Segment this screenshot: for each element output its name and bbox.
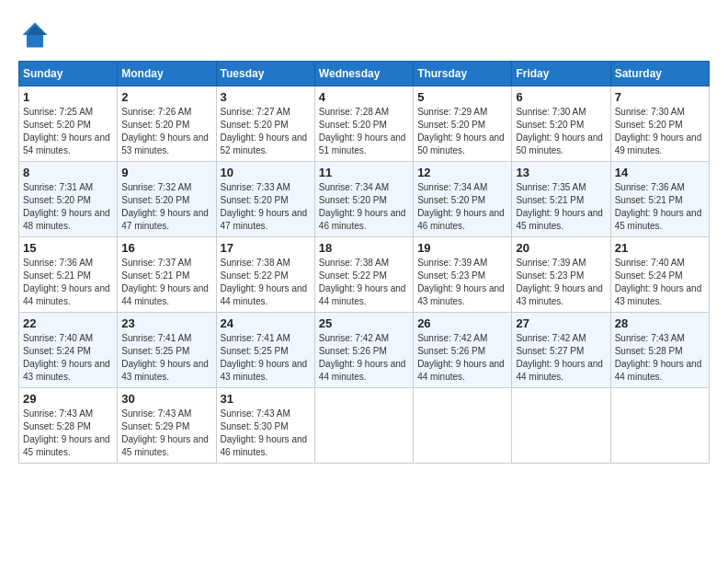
day-number: 8 bbox=[23, 166, 113, 179]
weekday-friday: Friday bbox=[512, 62, 610, 86]
calendar-cell: 31 Sunrise: 7:43 AM Sunset: 5:30 PM Dayl… bbox=[216, 388, 314, 464]
day-number: 5 bbox=[417, 90, 507, 104]
week-row-2: 8 Sunrise: 7:31 AM Sunset: 5:20 PM Dayli… bbox=[19, 162, 710, 237]
calendar-cell: 24 Sunrise: 7:41 AM Sunset: 5:25 PM Dayl… bbox=[216, 313, 314, 388]
day-info: Sunrise: 7:40 AM Sunset: 5:24 PM Dayligh… bbox=[615, 257, 705, 308]
day-info: Sunrise: 7:37 AM Sunset: 5:21 PM Dayligh… bbox=[121, 257, 211, 308]
calendar-cell: 23 Sunrise: 7:41 AM Sunset: 5:25 PM Dayl… bbox=[118, 313, 216, 388]
day-number: 13 bbox=[516, 166, 606, 179]
day-number: 15 bbox=[23, 241, 113, 255]
day-number: 30 bbox=[121, 392, 211, 406]
day-info: Sunrise: 7:27 AM Sunset: 5:20 PM Dayligh… bbox=[221, 106, 311, 157]
day-info: Sunrise: 7:41 AM Sunset: 5:25 PM Dayligh… bbox=[121, 332, 211, 384]
calendar-cell: 26 Sunrise: 7:42 AM Sunset: 5:26 PM Dayl… bbox=[414, 313, 512, 388]
calendar-cell: 4 Sunrise: 7:28 AM Sunset: 5:20 PM Dayli… bbox=[314, 86, 413, 162]
day-info: Sunrise: 7:26 AM Sunset: 5:20 PM Dayligh… bbox=[121, 106, 211, 157]
weekday-monday: Monday bbox=[118, 62, 216, 86]
day-number: 7 bbox=[615, 90, 705, 104]
calendar-cell: 21 Sunrise: 7:40 AM Sunset: 5:24 PM Dayl… bbox=[610, 237, 709, 313]
day-number: 24 bbox=[221, 316, 311, 330]
day-number: 3 bbox=[221, 90, 311, 104]
calendar-cell: 12 Sunrise: 7:34 AM Sunset: 5:20 PM Dayl… bbox=[414, 162, 512, 237]
day-number: 20 bbox=[516, 241, 606, 255]
calendar-cell: 1 Sunrise: 7:25 AM Sunset: 5:20 PM Dayli… bbox=[19, 86, 118, 162]
day-number: 21 bbox=[615, 241, 705, 255]
calendar-cell: 28 Sunrise: 7:43 AM Sunset: 5:28 PM Dayl… bbox=[610, 313, 709, 388]
calendar-cell bbox=[512, 388, 610, 464]
calendar-cell: 11 Sunrise: 7:34 AM Sunset: 5:20 PM Dayl… bbox=[314, 162, 413, 237]
calendar-cell: 20 Sunrise: 7:39 AM Sunset: 5:23 PM Dayl… bbox=[512, 237, 610, 313]
calendar-cell: 19 Sunrise: 7:39 AM Sunset: 5:23 PM Dayl… bbox=[414, 237, 512, 313]
day-info: Sunrise: 7:43 AM Sunset: 5:30 PM Dayligh… bbox=[221, 408, 311, 459]
day-info: Sunrise: 7:36 AM Sunset: 5:21 PM Dayligh… bbox=[615, 181, 705, 233]
day-number: 25 bbox=[319, 316, 409, 330]
day-info: Sunrise: 7:43 AM Sunset: 5:28 PM Dayligh… bbox=[23, 408, 113, 459]
day-info: Sunrise: 7:25 AM Sunset: 5:20 PM Dayligh… bbox=[23, 106, 113, 157]
day-number: 26 bbox=[417, 316, 507, 330]
day-number: 17 bbox=[221, 241, 311, 255]
calendar-cell: 18 Sunrise: 7:38 AM Sunset: 5:22 PM Dayl… bbox=[314, 237, 413, 313]
week-row-4: 22 Sunrise: 7:40 AM Sunset: 5:24 PM Dayl… bbox=[19, 313, 710, 388]
calendar-cell: 3 Sunrise: 7:27 AM Sunset: 5:20 PM Dayli… bbox=[216, 86, 314, 162]
day-info: Sunrise: 7:29 AM Sunset: 5:20 PM Dayligh… bbox=[417, 106, 507, 157]
calendar-cell: 30 Sunrise: 7:43 AM Sunset: 5:29 PM Dayl… bbox=[118, 388, 216, 464]
day-number: 14 bbox=[615, 166, 705, 179]
calendar-cell: 14 Sunrise: 7:36 AM Sunset: 5:21 PM Dayl… bbox=[610, 162, 709, 237]
weekday-saturday: Saturday bbox=[610, 62, 709, 86]
calendar-cell: 13 Sunrise: 7:35 AM Sunset: 5:21 PM Dayl… bbox=[512, 162, 610, 237]
calendar-cell: 2 Sunrise: 7:26 AM Sunset: 5:20 PM Dayli… bbox=[118, 86, 216, 162]
logo bbox=[18, 18, 55, 52]
day-info: Sunrise: 7:30 AM Sunset: 5:20 PM Dayligh… bbox=[615, 106, 705, 157]
calendar-cell: 16 Sunrise: 7:37 AM Sunset: 5:21 PM Dayl… bbox=[118, 237, 216, 313]
day-info: Sunrise: 7:35 AM Sunset: 5:21 PM Dayligh… bbox=[516, 181, 606, 233]
day-info: Sunrise: 7:38 AM Sunset: 5:22 PM Dayligh… bbox=[319, 257, 409, 308]
calendar-cell: 10 Sunrise: 7:33 AM Sunset: 5:20 PM Dayl… bbox=[216, 162, 314, 237]
calendar-cell: 17 Sunrise: 7:38 AM Sunset: 5:22 PM Dayl… bbox=[216, 237, 314, 313]
day-number: 2 bbox=[121, 90, 211, 104]
week-row-1: 1 Sunrise: 7:25 AM Sunset: 5:20 PM Dayli… bbox=[19, 86, 710, 162]
day-info: Sunrise: 7:33 AM Sunset: 5:20 PM Dayligh… bbox=[221, 181, 311, 233]
weekday-sunday: Sunday bbox=[19, 62, 118, 86]
day-info: Sunrise: 7:42 AM Sunset: 5:26 PM Dayligh… bbox=[417, 332, 507, 384]
calendar-cell bbox=[610, 388, 709, 464]
day-number: 31 bbox=[221, 392, 311, 406]
day-number: 4 bbox=[319, 90, 409, 104]
calendar-cell: 15 Sunrise: 7:36 AM Sunset: 5:21 PM Dayl… bbox=[19, 237, 118, 313]
weekday-thursday: Thursday bbox=[414, 62, 512, 86]
day-info: Sunrise: 7:38 AM Sunset: 5:22 PM Dayligh… bbox=[221, 257, 311, 308]
logo-icon bbox=[18, 18, 51, 52]
header bbox=[18, 18, 710, 52]
calendar-cell bbox=[414, 388, 512, 464]
day-number: 6 bbox=[516, 90, 606, 104]
calendar-cell bbox=[314, 388, 413, 464]
day-number: 28 bbox=[615, 316, 705, 330]
day-number: 27 bbox=[516, 316, 606, 330]
weekday-wednesday: Wednesday bbox=[314, 62, 413, 86]
calendar-cell: 9 Sunrise: 7:32 AM Sunset: 5:20 PM Dayli… bbox=[118, 162, 216, 237]
day-number: 1 bbox=[23, 90, 113, 104]
day-info: Sunrise: 7:43 AM Sunset: 5:29 PM Dayligh… bbox=[121, 408, 211, 459]
day-number: 22 bbox=[23, 316, 113, 330]
day-info: Sunrise: 7:43 AM Sunset: 5:28 PM Dayligh… bbox=[615, 332, 705, 384]
day-info: Sunrise: 7:34 AM Sunset: 5:20 PM Dayligh… bbox=[417, 181, 507, 233]
calendar-cell: 6 Sunrise: 7:30 AM Sunset: 5:20 PM Dayli… bbox=[512, 86, 610, 162]
calendar-cell: 27 Sunrise: 7:42 AM Sunset: 5:27 PM Dayl… bbox=[512, 313, 610, 388]
calendar-cell: 22 Sunrise: 7:40 AM Sunset: 5:24 PM Dayl… bbox=[19, 313, 118, 388]
day-number: 10 bbox=[221, 166, 311, 179]
calendar-body: 1 Sunrise: 7:25 AM Sunset: 5:20 PM Dayli… bbox=[19, 86, 710, 464]
day-info: Sunrise: 7:39 AM Sunset: 5:23 PM Dayligh… bbox=[417, 257, 507, 308]
day-number: 12 bbox=[417, 166, 507, 179]
calendar-table: SundayMondayTuesdayWednesdayThursdayFrid… bbox=[18, 61, 710, 464]
day-number: 9 bbox=[121, 166, 211, 179]
day-info: Sunrise: 7:31 AM Sunset: 5:20 PM Dayligh… bbox=[23, 181, 113, 233]
day-number: 11 bbox=[319, 166, 409, 179]
calendar-cell: 8 Sunrise: 7:31 AM Sunset: 5:20 PM Dayli… bbox=[19, 162, 118, 237]
day-info: Sunrise: 7:34 AM Sunset: 5:20 PM Dayligh… bbox=[319, 181, 409, 233]
day-info: Sunrise: 7:30 AM Sunset: 5:20 PM Dayligh… bbox=[516, 106, 606, 157]
day-number: 19 bbox=[417, 241, 507, 255]
week-row-5: 29 Sunrise: 7:43 AM Sunset: 5:28 PM Dayl… bbox=[19, 388, 710, 464]
day-info: Sunrise: 7:42 AM Sunset: 5:26 PM Dayligh… bbox=[319, 332, 409, 384]
day-info: Sunrise: 7:41 AM Sunset: 5:25 PM Dayligh… bbox=[221, 332, 311, 384]
day-info: Sunrise: 7:39 AM Sunset: 5:23 PM Dayligh… bbox=[516, 257, 606, 308]
day-info: Sunrise: 7:36 AM Sunset: 5:21 PM Dayligh… bbox=[23, 257, 113, 308]
